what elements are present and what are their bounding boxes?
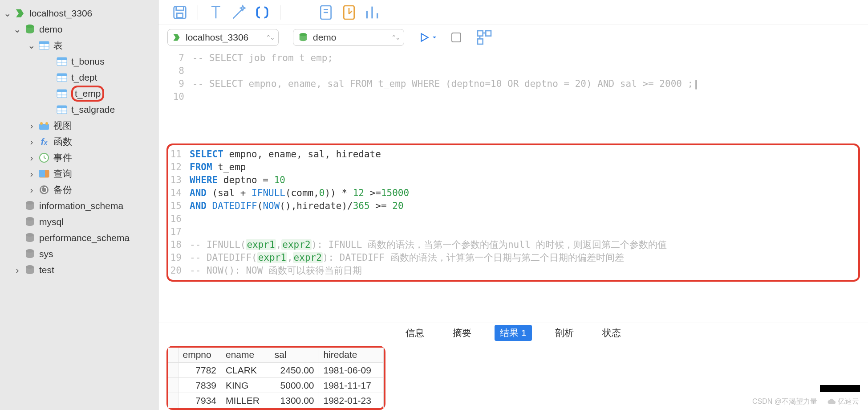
toolbar xyxy=(158,0,868,25)
database-combo[interactable]: demo ⌃⌄ xyxy=(293,29,404,46)
redaction-bar xyxy=(820,385,860,392)
connection-combo[interactable]: localhost_3306 ⌃⌄ xyxy=(167,29,279,46)
export-icon[interactable] xyxy=(340,4,358,21)
chart-icon[interactable] xyxy=(363,4,381,21)
svg-rect-21 xyxy=(39,124,49,130)
svg-rect-36 xyxy=(177,13,183,17)
svg-rect-35 xyxy=(176,6,184,10)
database-combo-label: demo xyxy=(313,32,337,43)
chevron-right-icon[interactable]: › xyxy=(28,136,35,147)
tree-item[interactable]: t_emp xyxy=(0,86,158,102)
tree-label: localhost_3306 xyxy=(29,8,92,19)
tree-icon xyxy=(24,200,36,212)
chevron-down-icon[interactable]: ⌄ xyxy=(14,24,20,35)
tree-icon xyxy=(24,232,36,244)
results-table[interactable]: empnoenamesalhiredate 7782CLARK2450.0019… xyxy=(168,348,384,409)
result-tab[interactable]: 摘要 xyxy=(447,325,477,341)
tree-label: 查询 xyxy=(53,168,72,180)
watermark: CSDN @不渴望力量 亿速云 xyxy=(752,397,859,406)
tree-item[interactable]: ⌄demo xyxy=(0,21,158,37)
tree-item[interactable]: sys xyxy=(0,246,158,262)
table-row[interactable]: 7934MILLER1300.001982-01-23 xyxy=(168,393,384,408)
combo-stepper-icon[interactable]: ⌃⌄ xyxy=(266,34,274,41)
tree-label: t_bonus xyxy=(71,56,105,67)
tree-icon: fx xyxy=(38,136,50,148)
sidebar: ⌄localhost_3306⌄demo⌄表t_bonust_deptt_emp… xyxy=(0,0,158,410)
chevron-right-icon[interactable]: › xyxy=(28,152,35,163)
format-icon[interactable] xyxy=(207,4,225,21)
column-header[interactable]: sal xyxy=(270,348,319,363)
main-panel: localhost_3306 ⌃⌄ demo ⌃⌄ 7 8 9 10 -- SE… xyxy=(158,0,868,410)
table-row[interactable]: 7839KING5000.001981-11-17 xyxy=(168,378,384,393)
tree-item[interactable]: information_schema xyxy=(0,198,158,214)
tree-label: information_schema xyxy=(39,201,123,211)
connection-combo-label: localhost_3306 xyxy=(186,32,248,43)
tree-label: 函数 xyxy=(53,135,72,148)
tree-icon xyxy=(38,184,50,196)
tree-item[interactable]: ›备份 xyxy=(0,182,158,198)
table-row[interactable]: 7782CLARK2450.001981-06-09 xyxy=(168,363,384,378)
tree-icon xyxy=(56,56,68,67)
tree-item[interactable]: mysql xyxy=(0,214,158,230)
chevron-down-icon[interactable]: ⌄ xyxy=(28,40,35,51)
chevron-right-icon[interactable]: › xyxy=(28,120,35,131)
tree-item[interactable]: ⌄localhost_3306 xyxy=(0,5,158,21)
tree-item[interactable]: ›事件 xyxy=(0,150,158,166)
tree-icon xyxy=(38,40,50,51)
svg-rect-45 xyxy=(478,31,483,36)
explain-icon[interactable] xyxy=(475,29,493,46)
svg-point-23 xyxy=(45,122,48,125)
result-tab[interactable]: 结果 1 xyxy=(495,325,532,341)
save-icon[interactable] xyxy=(171,4,189,21)
magic-icon[interactable] xyxy=(230,4,248,21)
tree-icon xyxy=(38,120,50,131)
column-header[interactable]: empno xyxy=(178,348,221,363)
column-header[interactable]: hiredate xyxy=(319,348,384,363)
column-header[interactable]: ename xyxy=(221,348,270,363)
tree-icon xyxy=(56,104,68,115)
svg-rect-26 xyxy=(39,170,45,177)
tree-icon xyxy=(24,216,36,228)
chevron-down-icon[interactable]: ⌄ xyxy=(4,8,11,19)
tree-item[interactable]: t_bonus xyxy=(0,53,158,70)
tree-icon xyxy=(24,264,36,276)
tree-label: demo xyxy=(39,24,63,35)
sql-editor[interactable]: 7 8 9 10 -- SELECT job from t_emp; -- SE… xyxy=(158,50,868,323)
tree-icon xyxy=(56,72,68,83)
tree-item[interactable]: ›test xyxy=(0,262,158,278)
tree-label: mysql xyxy=(39,217,64,227)
tree-item[interactable]: t_salgrade xyxy=(0,102,158,118)
chevron-right-icon[interactable]: › xyxy=(28,184,35,195)
tree-item[interactable]: ›视图 xyxy=(0,118,158,134)
result-tabs: 信息摘要结果 1剖析状态 xyxy=(158,323,868,343)
tree-icon xyxy=(38,152,50,164)
tree-item[interactable]: ⌄表 xyxy=(0,37,158,53)
run-button[interactable] xyxy=(418,32,437,43)
svg-point-22 xyxy=(40,122,43,125)
tree-icon xyxy=(24,248,36,260)
tree-item[interactable]: performance_schema xyxy=(0,230,158,246)
tree-item[interactable]: t_dept xyxy=(0,70,158,86)
tree-item[interactable]: ›fx函数 xyxy=(0,134,158,150)
note-icon[interactable] xyxy=(317,4,335,21)
chevron-right-icon[interactable]: › xyxy=(28,168,35,179)
tree-label: sys xyxy=(39,249,53,259)
result-tab[interactable]: 信息 xyxy=(400,325,430,341)
result-tab[interactable]: 剖析 xyxy=(550,325,579,341)
tree-icon xyxy=(56,88,68,99)
row-handle xyxy=(168,348,178,363)
combo-stepper-icon[interactable]: ⌃⌄ xyxy=(391,34,399,41)
tree-item[interactable]: ›查询 xyxy=(0,166,158,182)
tree-label: 事件 xyxy=(53,152,72,164)
tree-label: 备份 xyxy=(53,184,72,196)
tree-label: t_salgrade xyxy=(71,104,115,115)
svg-rect-46 xyxy=(486,31,491,36)
svg-rect-47 xyxy=(478,39,483,44)
checkbox[interactable] xyxy=(451,33,461,42)
controls-bar: localhost_3306 ⌃⌄ demo ⌃⌄ xyxy=(158,25,868,50)
tree-icon xyxy=(24,24,36,35)
chevron-right-icon[interactable]: › xyxy=(14,265,20,275)
result-tab[interactable]: 状态 xyxy=(597,325,626,341)
brackets-icon[interactable] xyxy=(253,4,271,21)
tree-label: 视图 xyxy=(53,119,72,132)
